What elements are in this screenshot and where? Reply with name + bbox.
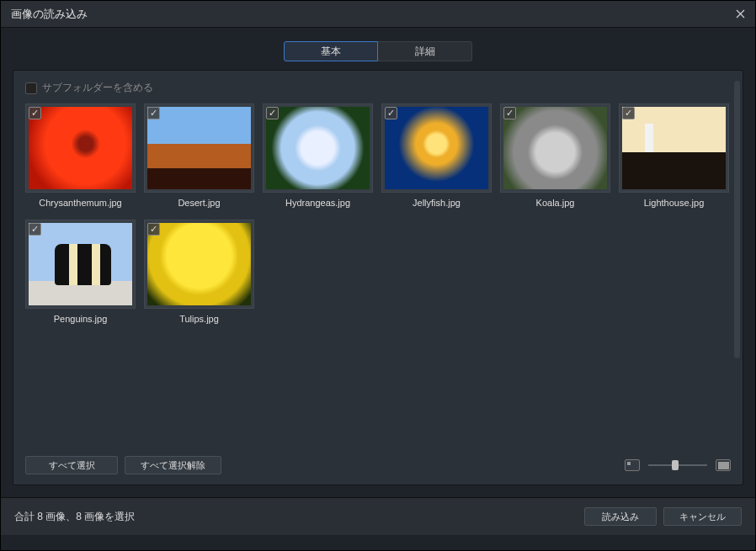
zoom-small-icon[interactable] xyxy=(625,459,640,471)
subfolder-row: サブフォルダーを含める xyxy=(25,81,731,95)
dialog-footer: 合計 8 画像、8 画像を選択 読み込み キャンセル xyxy=(1,497,755,535)
thumbnail-label: Hydrangeas.jpg xyxy=(263,198,373,211)
thumbnail-checkbox[interactable]: ✓ xyxy=(266,107,279,119)
thumbnail-label: Jellyfish.jpg xyxy=(381,198,492,211)
selection-buttons: すべて選択 すべて選択解除 xyxy=(25,456,221,474)
thumbnail-image xyxy=(29,107,132,189)
thumbnail-image xyxy=(385,107,488,189)
window-title: 画像の読み込み xyxy=(11,7,88,22)
thumbnail-image xyxy=(503,107,607,189)
select-all-button[interactable]: すべて選択 xyxy=(25,456,118,474)
thumbnail-label: Tulips.jpg xyxy=(144,314,254,327)
thumbnail-checkbox[interactable]: ✓ xyxy=(503,107,516,119)
thumbnail-label: Desert.jpg xyxy=(144,198,254,211)
scrollbar[interactable] xyxy=(734,81,740,358)
cancel-button[interactable]: キャンセル xyxy=(663,507,742,526)
status-text: 合計 8 画像、8 画像を選択 xyxy=(14,510,135,524)
zoom-large-icon[interactable] xyxy=(716,459,731,471)
thumbnail-frame: ✓ xyxy=(381,103,492,193)
thumbnail[interactable]: ✓Koala.jpg xyxy=(500,103,610,211)
titlebar: 画像の読み込み xyxy=(1,1,755,28)
thumbnail-image xyxy=(266,107,370,189)
thumbnail-checkbox[interactable]: ✓ xyxy=(29,223,41,236)
zoom-slider[interactable] xyxy=(648,459,707,471)
thumbnail[interactable]: ✓Penguins.jpg xyxy=(25,220,136,327)
tab-detail[interactable]: 詳細 xyxy=(378,41,472,61)
thumbnail-checkbox[interactable]: ✓ xyxy=(147,223,160,236)
thumbnail-frame: ✓ xyxy=(144,220,254,309)
thumbnail-frame: ✓ xyxy=(500,103,610,193)
thumbnail-frame: ✓ xyxy=(25,220,136,309)
deselect-all-button[interactable]: すべて選択解除 xyxy=(125,456,221,474)
thumbnail[interactable]: ✓Chrysanthemum.jpg xyxy=(25,103,136,211)
thumbnail-frame: ✓ xyxy=(144,103,254,193)
thumbnail-frame: ✓ xyxy=(25,103,136,193)
subfolder-checkbox[interactable] xyxy=(25,82,37,94)
thumbnail-image xyxy=(622,107,726,189)
thumbnail-label: Lighthouse.jpg xyxy=(619,198,729,211)
thumbnail[interactable]: ✓Hydrangeas.jpg xyxy=(263,103,373,211)
tab-basic[interactable]: 基本 xyxy=(284,41,378,61)
thumbnail-checkbox[interactable]: ✓ xyxy=(147,107,160,119)
import-button[interactable]: 読み込み xyxy=(584,507,657,526)
thumbnail-label: Chrysanthemum.jpg xyxy=(25,198,136,211)
zoom-knob[interactable] xyxy=(672,460,679,470)
thumbnail-image xyxy=(147,107,251,189)
thumbnail[interactable]: ✓Tulips.jpg xyxy=(144,220,254,327)
thumbnail[interactable]: ✓Desert.jpg xyxy=(144,103,254,211)
subfolder-label: サブフォルダーを含める xyxy=(42,81,153,95)
close-icon xyxy=(736,9,745,19)
zoom-control xyxy=(625,459,731,471)
action-buttons: 読み込み キャンセル xyxy=(584,507,742,526)
thumbnail-label: Penguins.jpg xyxy=(25,314,136,327)
thumbnail-checkbox[interactable]: ✓ xyxy=(622,107,635,119)
thumbnail[interactable]: ✓Jellyfish.jpg xyxy=(381,103,492,211)
thumbnail[interactable]: ✓Lighthouse.jpg xyxy=(619,103,729,211)
thumbnail-label: Koala.jpg xyxy=(500,198,610,211)
thumbnail-checkbox[interactable]: ✓ xyxy=(385,107,397,119)
thumbnail-frame: ✓ xyxy=(619,103,729,193)
gallery-footer: すべて選択 すべて選択解除 xyxy=(25,456,731,474)
thumbnail-image xyxy=(29,223,132,305)
content-panel: サブフォルダーを含める ✓Chrysanthemum.jpg✓Desert.jp… xyxy=(13,70,743,485)
tab-bar: 基本 詳細 xyxy=(1,28,755,70)
thumbnail-image xyxy=(147,223,251,305)
thumbnail-frame: ✓ xyxy=(263,103,373,193)
image-gallery: ✓Chrysanthemum.jpg✓Desert.jpg✓Hydrangeas… xyxy=(25,103,731,327)
thumbnail-checkbox[interactable]: ✓ xyxy=(29,107,41,119)
close-button[interactable] xyxy=(725,1,755,28)
